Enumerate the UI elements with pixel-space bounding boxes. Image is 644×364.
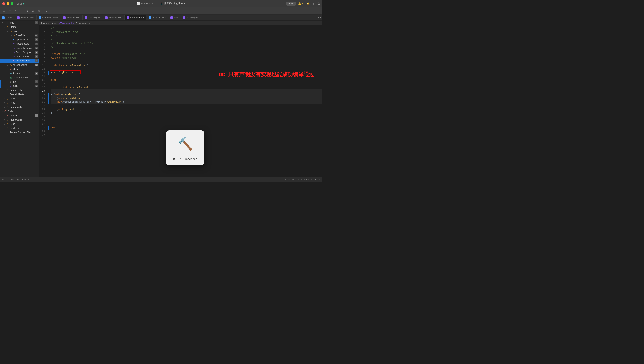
code-content[interactable]: OC 只有声明没有实现也能成功编译通过 // // ViewController… <box>49 25 322 177</box>
main-layout: ▾ ⬡ Frame M ▾ ⬡ Frame ▾ ⬡ Base ▷ ⬡ BaseF… <box>0 21 322 177</box>
sidebar-label: Frame <box>10 26 17 28</box>
app-icon: ⬜ <box>137 2 140 5</box>
sidebar-item-base[interactable]: ▾ ⬡ Base <box>0 29 39 33</box>
sidebar-item-basefile[interactable]: ▷ ⬡ BaseFile — <box>0 33 39 38</box>
info-icon[interactable]: ℹ <box>25 8 30 13</box>
sidebar-item-assets[interactable]: ⊞ Assets M <box>0 71 39 76</box>
build-button[interactable]: Build <box>286 2 296 6</box>
tab-viewcontroller-active[interactable]: ViewController <box>125 14 146 20</box>
code-line-16 <box>51 82 322 86</box>
sidebar-item-info[interactable]: ⊟ Info M <box>0 80 39 84</box>
sidebar-item-pods-root[interactable]: ▾ ⬡ Pods <box>0 109 39 114</box>
statusbar-icon-add[interactable]: ＋ <box>2 178 4 181</box>
breadcrumb-item-1[interactable]: Frame <box>41 22 47 24</box>
sidebar-item-products-frame[interactable]: ▷ ⬡ Products <box>0 96 39 101</box>
badge-m: M <box>35 85 38 87</box>
sidebar-item-podfile[interactable]: ◈ Podfile ? <box>0 114 39 118</box>
nav-forward-icon[interactable]: › <box>48 9 51 13</box>
sidebar-item-targets-support[interactable]: ▷ ⬡ Targets Support Files <box>0 130 39 134</box>
fullscreen-button[interactable] <box>11 2 14 5</box>
filter-right-label[interactable]: Filter <box>304 178 309 181</box>
tab-icon-header <box>2 16 5 19</box>
sidebar-item-main-m[interactable]: m main M <box>0 84 39 88</box>
tab-viewcontroller-h[interactable]: ViewController <box>146 14 168 20</box>
split-view-icon[interactable]: ⧉ <box>317 2 320 5</box>
sidebar-label: Products <box>10 127 19 130</box>
pod-icon: ⬡ <box>4 110 7 113</box>
output-chevron: ▾ <box>28 178 29 181</box>
output-label[interactable]: All Output <box>17 178 26 181</box>
toolbar: ☰ ⊞ ⌖ ⌕ ℹ ◇ ⊕ ‹ › <box>0 7 322 14</box>
build-succeeded-overlay: 🔨 Build Succeeded <box>166 130 204 165</box>
tab-viewcontroller-3[interactable]: ViewController <box>103 14 125 20</box>
sidebar-item-frameworks-pods[interactable]: ▷ ⬡ Frameworks <box>0 118 39 122</box>
tab-viewcontroller-1[interactable]: ViewController <box>15 14 37 20</box>
sidebar-label: nahuoLoading <box>13 64 28 66</box>
download-icon[interactable]: ⬇ <box>315 178 316 181</box>
grid-icon[interactable]: ⊞ <box>8 8 12 13</box>
sidebar-item-frameuitests[interactable]: ▷ ⬡ FrameUITests <box>0 92 39 96</box>
sidebar-item-frame[interactable]: ▾ ⬡ Frame <box>0 25 39 29</box>
close-button[interactable] <box>2 2 5 5</box>
cursor-icon[interactable]: ⌖ <box>14 8 18 13</box>
trash-icon[interactable]: 🗑 <box>311 178 313 181</box>
navigator-toggle-icon[interactable]: ☰ <box>2 8 7 13</box>
expand-arrow: ▷ <box>3 132 6 133</box>
code-line-26 <box>51 119 322 122</box>
tab-label-vc1: ViewController <box>21 16 34 19</box>
statusbar-icon-filter[interactable]: ▼ <box>6 178 8 181</box>
minimize-button[interactable] <box>7 2 9 5</box>
sidebar-item-launchscreen[interactable]: ▣ LaunchScreen <box>0 76 39 80</box>
expand-icon[interactable]: ⤢ <box>318 178 320 181</box>
sidebar-item-main-xib[interactable]: ✕ Main <box>0 67 39 71</box>
warning-badge[interactable]: ⚠️ 11 <box>298 2 304 5</box>
code-line-27 <box>51 122 322 126</box>
sidebar-item-scenedelegate-h[interactable]: m SceneDelegate M <box>0 46 39 50</box>
sidebar-item-appdelegate-m[interactable]: m AppDelegate M <box>0 42 39 46</box>
sidebar-item-scenedelegate-m[interactable]: m SceneDelegate M <box>0 50 39 54</box>
play-icon[interactable]: ▶ <box>23 2 25 5</box>
tab-forward-icon[interactable]: › <box>320 16 321 19</box>
search-icon[interactable]: ⌕ <box>19 8 24 13</box>
tab-appdelegate-2[interactable]: AppDelegate <box>181 14 201 20</box>
sidebar-item-products-pods[interactable]: ▷ ⬡ Products <box>0 126 39 130</box>
search-filter-icon[interactable]: ⌕ <box>301 178 302 181</box>
badge-m: M <box>35 60 38 62</box>
line-num-28: 28 <box>39 126 46 130</box>
nav-back-icon[interactable]: ‹ <box>45 9 48 13</box>
sidebar-item-viewcontroller-m-selected[interactable]: m ViewController M <box>0 58 39 63</box>
code-editor[interactable]: 1 2 3 4 5 6 7 8 9 10 11 12 13 14 15 16 1… <box>39 25 322 177</box>
notification-icon[interactable]: 🔔 <box>307 2 309 5</box>
tab-extensionheader[interactable]: ExtensionHeader <box>37 14 61 20</box>
sidebar-item-pods-frame[interactable]: ▷ ⬡ Pods <box>0 101 39 105</box>
tab-appdelegate-1[interactable]: AppDelegate <box>83 14 103 20</box>
sidebar-item-appdelegate-h[interactable]: h AppDelegate M <box>0 38 39 42</box>
tab-viewcontroller-2[interactable]: ViewController <box>61 14 83 20</box>
folder-icon: ⬡ <box>9 30 12 32</box>
sidebar-item-frameworks-frame[interactable]: ▷ ⬡ Frameworks <box>0 105 39 109</box>
filter-label[interactable]: Filter <box>10 178 15 181</box>
device-name: 库客双小鱼的iPhone <box>164 2 185 5</box>
sidebar: ▾ ⬡ Frame M ▾ ⬡ Frame ▾ ⬡ Base ▷ ⬡ BaseF… <box>0 21 39 177</box>
sidebar-item-frametests[interactable]: ▷ ⬡ FrameTests <box>0 88 39 92</box>
breadcrumb-item-2[interactable]: Frame <box>50 22 56 24</box>
diamond-icon[interactable]: ◇ <box>31 8 35 13</box>
tab-back-icon[interactable]: ‹ <box>318 16 319 19</box>
sidebar-item-frame-root[interactable]: ▾ ⬡ Frame M <box>0 21 39 25</box>
tab-main[interactable]: main <box>168 14 181 20</box>
more-icon[interactable]: ⊕ <box>37 8 41 13</box>
sidebar-item-pods-pods[interactable]: ▷ ⬡ Pods <box>0 122 39 126</box>
sidebar-item-viewcontroller-h[interactable]: m ViewController M <box>0 54 39 58</box>
sidebar-toggle-icon[interactable]: ⊟ <box>17 2 19 5</box>
add-button[interactable]: ＋ <box>312 1 315 6</box>
app-subtitle: main <box>149 2 154 5</box>
breadcrumb-item-3[interactable]: m ViewController <box>58 22 74 24</box>
expand-arrow: ▾ <box>1 22 4 24</box>
tab-header[interactable]: Header <box>0 14 15 20</box>
sidebar-label: ViewController <box>16 55 31 58</box>
breadcrumb-item-4[interactable]: ViewController <box>76 22 90 24</box>
folder-icon: ⬡ <box>9 64 12 66</box>
sidebar-label: Frameworks <box>10 106 23 108</box>
sidebar-item-nahuoloading[interactable]: ▷ ⬡ nahuoLoading ? <box>0 63 39 67</box>
code-line-9: #import "Masonry.h" <box>51 56 322 60</box>
